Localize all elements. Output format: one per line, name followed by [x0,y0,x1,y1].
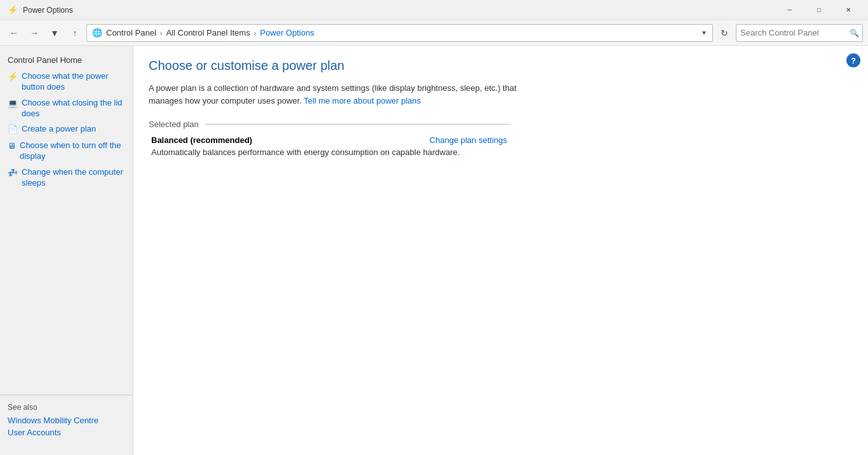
dropdown-history-button[interactable]: ▼ [46,24,64,42]
forward-button[interactable]: → [25,24,43,42]
search-input[interactable] [740,28,847,37]
sleep-label: Change when the computer sleeps [22,167,125,189]
sidebar-item-create-plan[interactable]: 📄 Create a power plan [8,122,125,137]
navigation-bar: ← → ▼ ↑ 🌐 Control Panel › All Control Pa… [0,20,868,46]
address-icon: 🌐 [92,28,102,38]
lid-label: Choose what closing the lid does [22,98,125,119]
display-link[interactable]: 🖥 Choose when to turn off the display [8,139,125,164]
plan-name: Balanced (recommended) [151,135,252,145]
sidebar-item-power-button[interactable]: ⚡ Choose what the power button does [8,69,125,95]
up-button[interactable]: ↑ [66,24,84,42]
window-title: Power Options [23,6,73,15]
create-plan-link[interactable]: 📄 Create a power plan [8,122,125,137]
separator-1: › [160,29,163,37]
title-bar-left: ⚡ Power Options [8,5,73,15]
create-plan-icon: 📄 [8,125,18,135]
learn-more-link[interactable]: Tell me more about power plans [304,96,421,105]
address-all-items: All Control Panel Items [166,28,250,37]
power-button-link[interactable]: ⚡ Choose what the power button does [8,69,125,95]
title-bar: ⚡ Power Options ─ □ ✕ [0,0,868,20]
sleep-link[interactable]: 💤 Change when the computer sleeps [8,165,125,191]
separator-2: › [254,29,257,37]
lid-link[interactable]: 💻 Choose what closing the lid does [8,96,125,121]
windows-mobility-centre-link[interactable]: Windows Mobility Centre [8,416,125,425]
create-plan-label: Create a power plan [22,124,96,135]
plan-description: Automatically balances performance with … [151,147,853,157]
display-icon: 🖥 [8,141,16,152]
app-icon: ⚡ [8,5,18,15]
see-also-label: See also [8,403,125,412]
main-layout: Control Panel Home ⚡ Choose what the pow… [0,46,868,455]
back-button[interactable]: ← [5,24,23,42]
content-description: A power plan is a collection of hardware… [149,82,517,107]
window-controls: ─ □ ✕ [775,0,863,20]
search-bar[interactable]: 🔍 [736,24,863,42]
address-chevron-icon[interactable]: ▼ [701,29,707,36]
sidebar: Control Panel Home ⚡ Choose what the pow… [0,46,133,455]
sidebar-item-lid[interactable]: 💻 Choose what closing the lid does [8,96,125,121]
address-control-panel: Control Panel [106,28,156,37]
address-bar[interactable]: 🌐 Control Panel › All Control Panel Item… [86,24,713,42]
selected-plan-divider [205,124,510,125]
sidebar-item-sleep[interactable]: 💤 Change when the computer sleeps [8,165,125,191]
power-button-icon: ⚡ [8,72,18,83]
address-current: Power Options [260,28,314,37]
user-accounts-link[interactable]: User Accounts [8,428,125,437]
content-area: ? Choose or customise a power plan A pow… [133,46,868,455]
sleep-icon: 💤 [8,168,18,179]
refresh-button[interactable]: ↻ [715,24,733,42]
sidebar-nav: Control Panel Home ⚡ Choose what the pow… [0,53,133,192]
maximize-button[interactable]: □ [804,0,834,20]
display-label: Choose when to turn off the display [20,140,125,162]
sidebar-item-home[interactable]: Control Panel Home [8,53,125,68]
selected-plan-section: Selected plan Balanced (recommended) Cha… [149,119,853,157]
page-title: Choose or customise a power plan [149,58,853,73]
plan-item: Balanced (recommended) Change plan setti… [151,135,853,157]
sidebar-item-display[interactable]: 🖥 Choose when to turn off the display [8,139,125,164]
close-button[interactable]: ✕ [834,0,863,20]
plan-row: Balanced (recommended) Change plan setti… [151,135,520,145]
selected-plan-label: Selected plan [149,119,199,129]
search-icon: 🔍 [850,29,859,37]
power-button-label: Choose what the power button does [22,71,125,93]
change-plan-settings-link[interactable]: Change plan settings [430,135,507,145]
selected-plan-header: Selected plan [149,119,853,129]
minimize-button[interactable]: ─ [775,0,804,20]
sidebar-bottom: See also Windows Mobility Centre User Ac… [0,395,133,447]
control-panel-home-link[interactable]: Control Panel Home [8,53,125,68]
plan-name-col: Balanced (recommended) [151,135,430,145]
help-button[interactable]: ? [846,53,860,67]
lid-icon: 💻 [8,98,18,109]
